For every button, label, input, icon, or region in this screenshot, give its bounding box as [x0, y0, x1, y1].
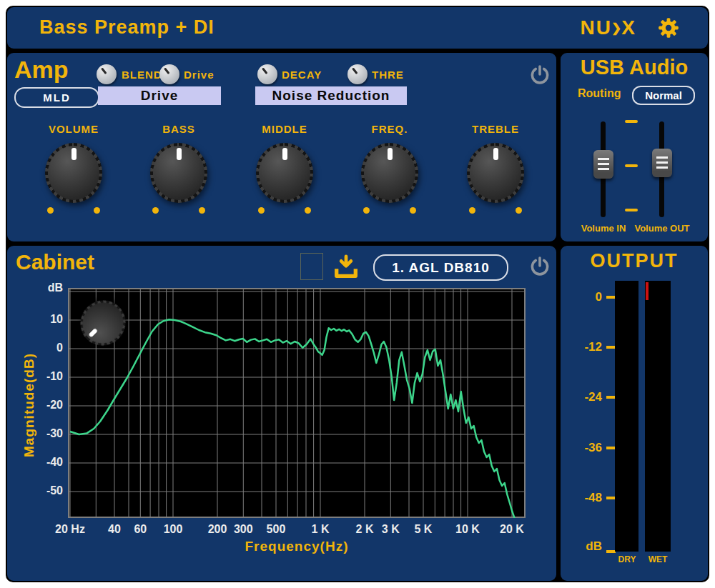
y-tick-label: -50	[27, 484, 63, 497]
bass-knob-label: BASS	[136, 123, 222, 135]
drive-group-bar: Drive	[98, 86, 221, 105]
volume-in-slider[interactable]	[601, 121, 606, 217]
frequency-response-curve	[68, 288, 526, 518]
thre-mini-knob[interactable]	[347, 64, 368, 84]
middle-knob[interactable]	[256, 143, 313, 203]
download-ir-icon[interactable]	[332, 254, 360, 282]
cabinet-title: Cabinet	[16, 250, 94, 274]
treble-knob-label: TREBLE	[453, 123, 538, 135]
treble-knob-unit: TREBLE	[453, 123, 538, 219]
wet-peak-indicator	[646, 282, 649, 300]
wet-meter-label: WET	[642, 554, 674, 564]
ir-slot-box	[300, 253, 323, 280]
x-axis-title: Frequency(Hz)	[225, 539, 368, 554]
decay-mini-knob[interactable]	[257, 64, 277, 84]
freq-knob-label: FREQ.	[347, 123, 433, 135]
amp-model-badge[interactable]: MLD	[14, 87, 99, 108]
cabinet-power-icon[interactable]	[528, 254, 552, 281]
output-section: OUTPUT 0 -12 -24 -36 -48 dB DRY WET	[561, 246, 708, 581]
amp-title: Amp	[14, 56, 69, 84]
bass-knob-unit: BASS	[136, 123, 222, 219]
scale-label-24: -24	[568, 390, 602, 404]
volume-in-slider-handle[interactable]	[593, 150, 613, 179]
y-tick-label: dB	[27, 281, 63, 294]
settings-gear-icon[interactable]	[656, 16, 681, 40]
plugin-window: Bass Preamp + DI NU❯X Amp MLD BLEND Driv…	[6, 6, 709, 582]
page-title: Bass Preamp + DI	[39, 16, 214, 39]
x-tick-label: 20 K	[483, 523, 541, 536]
frequency-response-plot	[68, 288, 526, 518]
decay-label: DECAY	[282, 69, 322, 81]
scale-label-48: -48	[568, 491, 602, 505]
dry-level-meter	[615, 281, 638, 552]
scale-label-12: -12	[568, 340, 602, 354]
y-tick-label: 10	[27, 313, 63, 326]
output-title: OUTPUT	[561, 250, 708, 272]
usb-audio-title: USB Audio	[561, 56, 708, 79]
drive-mini-knob[interactable]	[159, 64, 179, 84]
header-bar: Bass Preamp + DI NU❯X	[7, 7, 708, 49]
freq-knob[interactable]	[361, 143, 418, 203]
slider-tick-mid	[625, 164, 638, 167]
scale-label-36: -36	[568, 441, 602, 455]
volume-knob-label: VOLUME	[31, 123, 117, 135]
cabinet-section: Cabinet 1. AGL DB810 dB100-10-20-30-40-5…	[7, 246, 556, 581]
dry-meter-label: DRY	[611, 554, 643, 564]
bass-knob[interactable]	[150, 143, 207, 203]
blend-mini-knob[interactable]	[97, 64, 117, 84]
treble-knob[interactable]	[467, 143, 524, 203]
blend-label: BLEND	[122, 69, 162, 81]
thre-label: THRE	[372, 69, 404, 81]
drive-label: Drive	[184, 69, 214, 81]
scale-label-db: dB	[568, 539, 602, 554]
scale-label-0: 0	[568, 290, 602, 304]
freq-knob-unit: FREQ.	[347, 123, 433, 219]
middle-knob-label: MIDDLE	[242, 123, 327, 135]
amp-section: Amp MLD BLEND Drive Drive DECAY THRE Noi…	[7, 53, 556, 241]
volume-out-label: Volume OUT	[626, 223, 698, 234]
middle-knob-unit: MIDDLE	[242, 123, 327, 219]
usb-audio-section: USB Audio Routing Normal Volume IN Volum…	[561, 53, 708, 241]
slider-tick-top	[625, 120, 638, 123]
volume-knob[interactable]	[45, 143, 102, 203]
wet-level-meter	[645, 281, 671, 552]
y-axis-title: Magnitude(dB)	[21, 352, 37, 459]
cabinet-preset-selector[interactable]: 1. AGL DB810	[373, 254, 508, 281]
volume-knob-unit: VOLUME	[31, 123, 117, 219]
amp-power-icon[interactable]	[528, 63, 552, 90]
noise-reduction-group-bar: Noise Reduction	[255, 86, 407, 105]
slider-tick-bottom	[625, 209, 638, 211]
volume-out-slider[interactable]	[659, 121, 664, 217]
nux-logo: NU❯X	[581, 16, 636, 39]
routing-label: Routing	[578, 87, 621, 100]
volume-out-slider-handle[interactable]	[652, 149, 672, 177]
routing-selector[interactable]: Normal	[632, 86, 695, 105]
